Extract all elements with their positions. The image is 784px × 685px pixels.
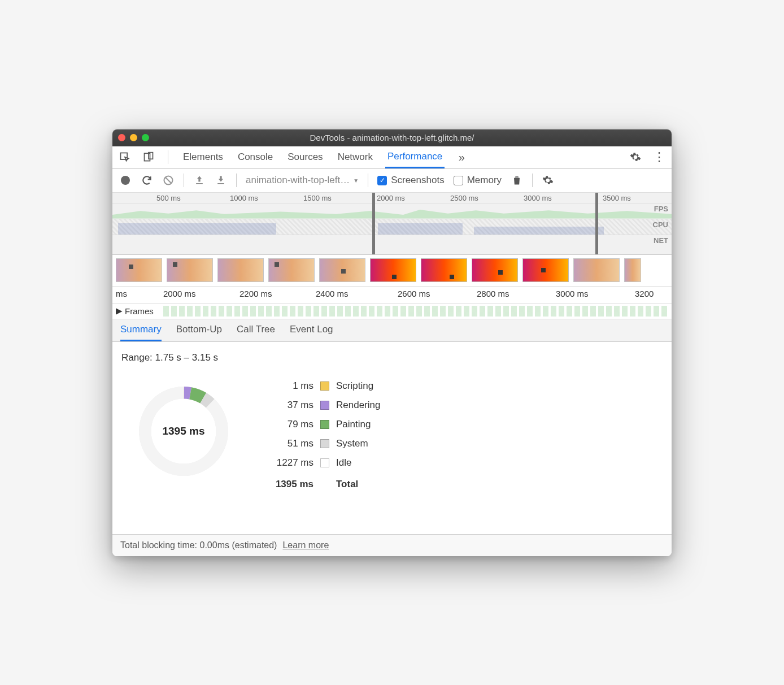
blocking-time-text: Total blocking time: 0.00ms (estimated)	[120, 540, 277, 550]
footer: Total blocking time: 0.00ms (estimated) …	[112, 534, 672, 556]
profile-selector-label: animation-with-top-left…	[246, 175, 350, 186]
frames-label: Frames	[125, 306, 154, 316]
memory-label: Memory	[467, 175, 502, 186]
inspect-element-icon[interactable]	[118, 150, 132, 164]
legend-swatch	[320, 420, 329, 429]
screenshot-thumb[interactable]	[624, 258, 641, 282]
tick: 2600 ms	[398, 289, 430, 298]
legend-label: Scripting	[336, 380, 373, 392]
tab-summary[interactable]: Summary	[120, 324, 162, 341]
legend-row: 51 msSystem	[268, 438, 380, 449]
tick: 1500 ms	[303, 194, 332, 202]
screenshot-thumb[interactable]	[421, 258, 467, 282]
summary-donut-chart: 1395 ms	[133, 380, 234, 482]
screenshot-filmstrip[interactable]	[112, 255, 672, 287]
tick: ms	[116, 289, 127, 298]
screenshot-thumb[interactable]	[268, 258, 315, 282]
save-profile-icon[interactable]	[215, 174, 227, 187]
screenshot-thumb[interactable]	[319, 258, 365, 282]
learn-more-link[interactable]: Learn more	[282, 540, 329, 550]
overview-timeline[interactable]: 500 ms 1000 ms 1500 ms 2000 ms 2500 ms 3…	[112, 193, 672, 255]
tab-performance[interactable]: Performance	[385, 146, 445, 168]
legend-value: 37 ms	[268, 400, 313, 411]
screenshot-thumb[interactable]	[116, 258, 162, 282]
legend-total-value: 1395 ms	[268, 479, 313, 490]
fps-label: FPS	[654, 205, 668, 213]
legend-swatch	[320, 381, 329, 391]
frames-track[interactable]: ▶ Frames	[112, 304, 672, 319]
screenshots-label: Screenshots	[391, 175, 445, 186]
legend-row: 79 msPainting	[268, 419, 380, 430]
screenshot-thumb[interactable]	[167, 258, 213, 282]
screenshot-thumb[interactable]	[472, 258, 518, 282]
chevron-down-icon: ▼	[353, 177, 359, 184]
reload-record-button[interactable]	[141, 174, 153, 187]
tick: 1000 ms	[230, 194, 258, 202]
legend-value: 1 ms	[268, 380, 313, 392]
legend-label: Idle	[336, 457, 351, 469]
screenshot-thumb[interactable]	[573, 258, 620, 282]
checkbox-empty-icon	[454, 176, 463, 185]
legend-value: 51 ms	[268, 438, 313, 449]
details-tab-bar: Summary Bottom-Up Call Tree Event Log	[112, 319, 672, 342]
device-toolbar-icon[interactable]	[142, 150, 155, 164]
load-profile-icon[interactable]	[193, 174, 206, 187]
legend-swatch	[320, 458, 329, 467]
screenshot-thumb[interactable]	[370, 258, 416, 282]
tick: 2800 ms	[477, 289, 509, 298]
frame-bars	[163, 306, 667, 317]
expand-triangle-icon[interactable]: ▶	[116, 306, 123, 316]
titlebar: DevTools - animation-with-top-left.glitc…	[112, 129, 672, 146]
legend-label: Rendering	[336, 400, 380, 411]
overview-range-selection[interactable]	[372, 193, 598, 254]
tick: 3200	[635, 289, 654, 298]
cpu-label: CPU	[653, 220, 668, 229]
legend-label: System	[336, 438, 368, 449]
devtools-window: DevTools - animation-with-top-left.glitc…	[112, 129, 672, 556]
tab-network[interactable]: Network	[336, 147, 375, 167]
record-button[interactable]	[119, 174, 132, 187]
legend-swatch	[320, 439, 329, 448]
screenshot-thumb[interactable]	[522, 258, 569, 282]
tick: 3500 ms	[603, 194, 631, 202]
main-timeline-ruler[interactable]: ms 2000 ms 2200 ms 2400 ms 2600 ms 2800 …	[112, 287, 672, 304]
svg-rect-0	[121, 153, 128, 160]
settings-gear-icon[interactable]	[629, 150, 642, 164]
range-label: Range: 1.75 s – 3.15 s	[121, 352, 663, 363]
capture-settings-gear-icon[interactable]	[542, 174, 554, 187]
svg-rect-5	[217, 183, 224, 184]
check-icon: ✓	[377, 176, 387, 185]
legend-label: Painting	[336, 419, 371, 430]
tick: 3000 ms	[556, 289, 589, 298]
legend-value: 1227 ms	[268, 457, 313, 469]
legend-row: 1227 msIdle	[268, 457, 380, 469]
legend-total-label: Total	[336, 479, 358, 490]
svg-rect-4	[196, 183, 203, 184]
donut-center-value: 1395 ms	[133, 380, 234, 482]
tick: 2200 ms	[239, 289, 272, 298]
screenshots-checkbox[interactable]: ✓ Screenshots	[377, 175, 445, 186]
tab-call-tree[interactable]: Call Tree	[237, 324, 275, 341]
tab-sources[interactable]: Sources	[285, 147, 325, 167]
tab-console[interactable]: Console	[236, 147, 275, 167]
legend-value: 79 ms	[268, 419, 313, 430]
window-title: DevTools - animation-with-top-left.glitc…	[112, 133, 672, 142]
legend-total-row: 1395 msTotal	[268, 479, 380, 490]
maximize-window-button[interactable]	[142, 134, 149, 141]
tab-elements[interactable]: Elements	[181, 147, 225, 167]
overflow-tabs-icon[interactable]: »	[455, 150, 468, 164]
legend-swatch	[320, 401, 329, 410]
screenshot-thumb[interactable]	[217, 258, 264, 282]
tab-bottom-up[interactable]: Bottom-Up	[176, 324, 222, 341]
memory-checkbox[interactable]: Memory	[454, 175, 502, 186]
performance-toolbar: animation-with-top-left… ▼ ✓ Screenshots…	[112, 169, 672, 193]
tab-event-log[interactable]: Event Log	[290, 324, 333, 341]
clear-button[interactable]	[162, 174, 175, 187]
legend-row: 1 msScripting	[268, 380, 380, 392]
close-window-button[interactable]	[118, 134, 125, 141]
delete-icon[interactable]	[511, 174, 523, 187]
kebab-menu-icon[interactable]: ⋮	[652, 150, 666, 164]
minimize-window-button[interactable]	[130, 134, 137, 141]
profile-selector-dropdown[interactable]: animation-with-top-left… ▼	[246, 175, 359, 186]
summary-panel: Range: 1.75 s – 3.15 s 1395 ms 1 msScrip…	[112, 342, 672, 534]
